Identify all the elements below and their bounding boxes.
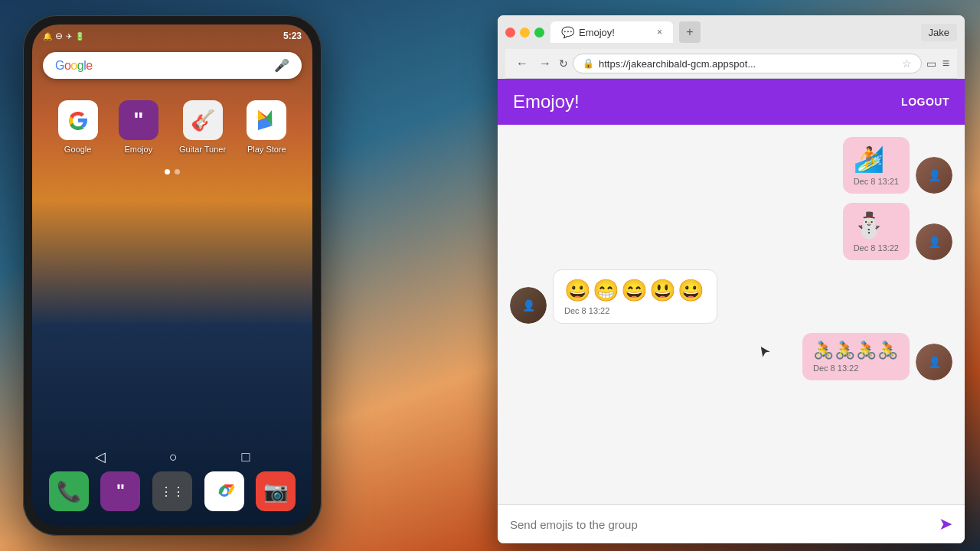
camera-icon: 📷 — [263, 480, 288, 504]
status-time: 5:23 — [283, 31, 302, 41]
minimize-window-button[interactable] — [520, 28, 530, 37]
message-row-1: 👤 🏄 Dec 8 13:21 — [510, 137, 952, 194]
avatar-img-4: 👤 — [916, 344, 952, 380]
browser-toolbar: ← → ↻ 🔒 https://jakearchibald-gcm.appspo… — [505, 49, 957, 79]
page-indicator — [32, 169, 312, 174]
phone-screen: 🔔 ⊖ ✈ 🔋 5:23 Google 🎤 — [32, 24, 312, 527]
tab-favicon: 💬 — [561, 26, 574, 38]
emojoy-app-icon: " — [119, 100, 158, 140]
dock-apps[interactable]: ⋮⋮ — [152, 471, 192, 511]
back-nav-button[interactable]: ← — [513, 55, 531, 72]
message-emojis-3: 😀😁😄😃😀 — [564, 278, 706, 303]
app-item-play-store[interactable]: Play Store — [247, 100, 286, 154]
message-row-3: 👤 😀😁😄😃😀 Dec 8 13:22 — [510, 269, 952, 324]
avatar-4: 👤 — [916, 344, 952, 380]
browser-tab[interactable]: 💬 Emojoy! × — [550, 21, 673, 43]
dock-phone[interactable]: 📞 — [49, 471, 89, 511]
dock-hangouts[interactable]: " — [100, 471, 140, 511]
message-emoji-1: 🏄 — [854, 145, 899, 174]
google-logo: Google — [55, 59, 93, 73]
app-item-guitar-tuner[interactable]: 🎸 Guitar Tuner — [179, 100, 226, 154]
phone-body: 🔔 ⊖ ✈ 🔋 5:23 Google 🎤 — [23, 15, 322, 536]
tab-close-button[interactable]: × — [657, 27, 662, 37]
google-search-bar[interactable]: Google 🎤 — [43, 52, 302, 79]
toolbar-right-icons: ▭ ≡ — [926, 57, 949, 70]
browser-titlebar: 💬 Emojoy! × + Jake — [505, 21, 957, 43]
browser-window: 💬 Emojoy! × + Jake ← → ↻ 🔒 https://jakea… — [498, 15, 965, 543]
message-bubble-4: 🚴🚴🚴🚴 Dec 8 13:22 — [802, 333, 910, 380]
dock-camera[interactable]: 📷 — [256, 471, 296, 511]
menu-icon[interactable]: ≡ — [942, 57, 949, 70]
guitar-tuner-label: Guitar Tuner — [179, 145, 226, 154]
status-icons-left: 🔔 ⊖ ✈ 🔋 — [43, 31, 84, 41]
cast-icon[interactable]: ▭ — [926, 57, 936, 70]
tab-title: Emojoy! — [579, 27, 615, 38]
message-row-2: 👤 ⛄ Dec 8 13:22 — [510, 203, 952, 259]
user-profile-button[interactable]: Jake — [921, 24, 957, 41]
message-time-1: Dec 8 13:21 — [854, 177, 899, 186]
home-button[interactable]: ○ — [169, 449, 178, 465]
ssl-icon: 🔒 — [583, 58, 594, 69]
google-app-label: Google — [64, 145, 91, 154]
phone-nav-bar: ◁ ○ □ — [32, 448, 312, 465]
notification-icon: 🔔 — [43, 32, 52, 41]
chat-area: 👤 🏄 Dec 8 13:21 👤 ⛄ Dec 8 13:22 — [498, 125, 965, 504]
dock-chrome[interactable] — [204, 471, 244, 511]
dot-1 — [165, 169, 170, 174]
apps-icon: ⋮⋮ — [160, 484, 185, 499]
refresh-button[interactable]: ↻ — [559, 57, 568, 70]
recent-button[interactable]: □ — [241, 449, 250, 465]
minus-icon: ⊖ — [55, 31, 63, 41]
url-text: https://jakearchibald-gcm.appspot... — [599, 58, 897, 70]
logout-button[interactable]: LOGOUT — [901, 96, 949, 108]
charge-icon: 🔋 — [75, 32, 84, 41]
app-title: Emojoy! — [513, 91, 580, 112]
message-time-3: Dec 8 13:22 — [564, 306, 706, 315]
bookmark-icon[interactable]: ☆ — [902, 57, 912, 70]
message-emoji-2: ⛄ — [854, 210, 899, 240]
app-content: Emojoy! LOGOUT 👤 🏄 Dec 8 13:21 — [498, 79, 965, 543]
message-input[interactable] — [510, 518, 931, 531]
google-app-icon — [58, 100, 98, 140]
close-window-button[interactable] — [505, 28, 515, 37]
message-time-2: Dec 8 13:22 — [854, 243, 899, 253]
browser-chrome: 💬 Emojoy! × + Jake ← → ↻ 🔒 https://jakea… — [498, 15, 965, 79]
avatar-img-2: 👤 — [916, 223, 952, 260]
message-bubble-1: 🏄 Dec 8 13:21 — [843, 137, 910, 194]
emojoy-app-label: Emojoy — [124, 145, 152, 154]
avatar-img-1: 👤 — [916, 157, 952, 194]
avatar-2: 👤 — [916, 223, 952, 260]
phone-dock: 📞 " ⋮⋮ 📷 — [43, 471, 302, 511]
message-bubble-2: ⛄ Dec 8 13:22 — [843, 203, 910, 259]
traffic-lights — [505, 28, 544, 37]
address-bar[interactable]: 🔒 https://jakearchibald-gcm.appspot... ☆ — [573, 54, 922, 73]
maximize-window-button[interactable] — [534, 28, 544, 37]
message-time-4: Dec 8 13:22 — [813, 364, 899, 373]
dot-2 — [175, 169, 180, 174]
new-tab-button[interactable]: + — [679, 21, 701, 43]
app-header: Emojoy! LOGOUT — [498, 79, 965, 125]
message-row-4: 👤 🚴🚴🚴🚴 Dec 8 13:22 — [510, 333, 952, 380]
send-button[interactable]: ➤ — [939, 514, 952, 534]
message-bubble-3: 😀😁😄😃😀 Dec 8 13:22 — [553, 269, 717, 324]
forward-nav-button[interactable]: → — [536, 55, 554, 72]
mic-icon[interactable]: 🎤 — [274, 58, 289, 73]
phone-icon: 📞 — [57, 480, 81, 504]
app-grid: Google " Emojoy 🎸 Guitar Tuner — [32, 85, 312, 161]
app-item-google[interactable]: Google — [58, 100, 98, 154]
avatar-3: 👤 — [510, 287, 547, 324]
guitar-icon-symbol: 🎸 — [191, 109, 215, 132]
guitar-app-icon: 🎸 — [183, 100, 223, 140]
phone: 🔔 ⊖ ✈ 🔋 5:23 Google 🎤 — [23, 15, 322, 536]
airplane-icon: ✈ — [66, 32, 72, 41]
message-emoji-4: 🚴🚴🚴🚴 — [813, 341, 899, 360]
app-item-emojoy[interactable]: " Emojoy — [119, 100, 158, 154]
chrome-icon — [214, 481, 235, 502]
playstore-app-icon — [247, 100, 286, 140]
chat-input-area: ➤ — [498, 504, 965, 543]
avatar-1: 👤 — [916, 157, 952, 194]
time-display: 5:23 — [283, 31, 302, 41]
back-button[interactable]: ◁ — [95, 448, 106, 465]
status-bar: 🔔 ⊖ ✈ 🔋 5:23 — [32, 24, 312, 44]
play-store-label: Play Store — [247, 145, 286, 154]
